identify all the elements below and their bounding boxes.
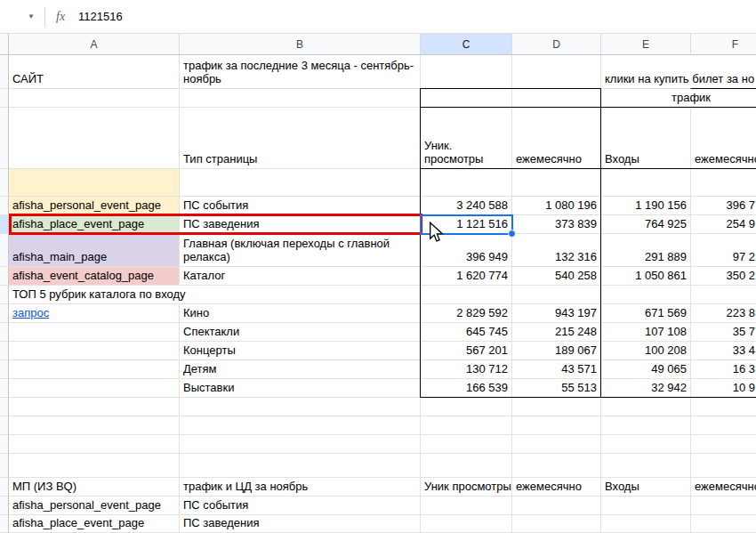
cell-F4[interactable] [691, 169, 756, 197]
cell-E6[interactable]: 764 925 [601, 215, 691, 234]
cell-E8[interactable]: 1 050 861 [601, 267, 691, 286]
cell-A10[interactable]: запрос [9, 304, 180, 323]
cell-A16[interactable] [9, 416, 180, 435]
formula-input[interactable]: 1121516 [78, 10, 123, 23]
cell-B2[interactable] [180, 89, 421, 108]
cell-F17[interactable] [691, 435, 756, 454]
cell-A11[interactable] [9, 323, 180, 342]
cell-E18[interactable] [601, 454, 691, 478]
row-header-9[interactable] [0, 286, 9, 304]
row-header-7[interactable] [0, 234, 9, 267]
cell-C21[interactable] [421, 515, 512, 533]
cell-A3[interactable] [9, 108, 180, 169]
cell-C2[interactable] [421, 89, 512, 108]
row-header-20[interactable] [0, 497, 9, 515]
cell-B15[interactable] [180, 398, 421, 416]
cell-C13[interactable]: 130 712 [421, 360, 512, 379]
cell-F9[interactable] [691, 286, 756, 304]
cell-A5[interactable]: afisha_personal_event_page [9, 197, 180, 215]
cell-D4[interactable] [512, 169, 601, 197]
cell-D11[interactable]: 215 248 [512, 323, 601, 342]
cell-C3[interactable]: Уник. просмотры [421, 108, 512, 169]
cell-D17[interactable] [512, 435, 601, 454]
cell-C11[interactable]: 645 745 [421, 323, 512, 342]
cell-E3[interactable]: Входы [601, 108, 691, 169]
cell-B5[interactable]: ПС события [180, 197, 421, 215]
cell-B20[interactable]: ПС события [180, 497, 421, 515]
row-header-16[interactable] [0, 416, 9, 435]
cell-D3[interactable]: ежемесячно [512, 108, 601, 169]
cell-A1[interactable]: САЙТ [9, 55, 180, 89]
row-header-19[interactable] [0, 478, 9, 497]
cell-C16[interactable] [421, 416, 512, 435]
cell-E13[interactable]: 49 065 [601, 360, 691, 379]
corner-cell[interactable] [0, 34, 9, 55]
cell-F6[interactable]: 254 9 [691, 215, 756, 234]
cell-E21[interactable] [601, 515, 691, 533]
cell-A2[interactable] [9, 89, 180, 108]
row-header-14[interactable] [0, 379, 9, 398]
cell-D7[interactable]: 132 316 [512, 234, 601, 267]
cell-F16[interactable] [691, 416, 756, 435]
row-header-15[interactable] [0, 398, 9, 416]
cell-D21[interactable] [512, 515, 601, 533]
cell-D1[interactable] [512, 55, 601, 89]
cell-E16[interactable] [601, 416, 691, 435]
row-header-10[interactable] [0, 304, 9, 323]
name-box[interactable]: ▼ [0, 0, 41, 33]
cell-F10[interactable]: 223 8 [691, 304, 756, 323]
row-header-11[interactable] [0, 323, 9, 342]
cell-D8[interactable]: 540 258 [512, 267, 601, 286]
row-header-17[interactable] [0, 435, 9, 454]
cell-B17[interactable] [180, 435, 421, 454]
cell-F7[interactable]: 97 2 [691, 234, 756, 267]
cell-D2[interactable] [512, 89, 601, 108]
cell-B21[interactable]: ПС заведения [180, 515, 421, 533]
cell-B16[interactable] [180, 416, 421, 435]
cell-F19[interactable]: ежемесячно [691, 478, 756, 497]
row-header-8[interactable] [0, 267, 9, 286]
cell-F3[interactable]: ежемесячно [691, 108, 756, 169]
column-header-E[interactable]: E [601, 34, 691, 55]
row-header-21[interactable] [0, 515, 9, 533]
cell-B8[interactable]: Каталог [180, 267, 421, 286]
cell-F12[interactable]: 33 4 [691, 342, 756, 360]
cell-B11[interactable]: Спектакли [180, 323, 421, 342]
cell-F18[interactable] [691, 454, 756, 478]
cell-D14[interactable]: 55 513 [512, 379, 601, 398]
cell-F15[interactable] [691, 398, 756, 416]
cell-D13[interactable]: 43 571 [512, 360, 601, 379]
cell-C8[interactable]: 1 620 774 [421, 267, 512, 286]
cell-A8[interactable]: afisha_event_catalog_page [9, 267, 180, 286]
row-header-4[interactable] [0, 169, 9, 197]
cell-B4[interactable] [180, 169, 421, 197]
row-header-3[interactable] [0, 108, 9, 169]
column-header-A[interactable]: A [9, 34, 180, 55]
cell-A4[interactable] [9, 169, 180, 197]
cell-A20[interactable]: afisha_personal_event_page [9, 497, 180, 515]
row-header-13[interactable] [0, 360, 9, 379]
column-header-B[interactable]: B [180, 34, 421, 55]
row-header-2[interactable] [0, 89, 9, 108]
cell-E15[interactable] [601, 398, 691, 416]
cell-C17[interactable] [421, 435, 512, 454]
cell-E5[interactable]: 1 190 156 [601, 197, 691, 215]
cell-E20[interactable] [601, 497, 691, 515]
cell-D12[interactable]: 189 067 [512, 342, 601, 360]
row-header-1[interactable] [0, 55, 9, 89]
cell-E11[interactable]: 107 108 [601, 323, 691, 342]
cell-E19[interactable]: Входы [601, 478, 691, 497]
row-header-12[interactable] [0, 342, 9, 360]
cell-E12[interactable]: 100 208 [601, 342, 691, 360]
cell-E14[interactable]: 32 942 [601, 379, 691, 398]
cell-B19[interactable]: трафик и ЦД за ноябрь [180, 478, 421, 497]
cell-C20[interactable] [421, 497, 512, 515]
cell-F14[interactable]: 10 9 [691, 379, 756, 398]
cell-C12[interactable]: 567 201 [421, 342, 512, 360]
cell-B10[interactable]: Кино [180, 304, 421, 323]
cell-C15[interactable] [421, 398, 512, 416]
cell-A12[interactable] [9, 342, 180, 360]
cell-E7[interactable]: 291 889 [601, 234, 691, 267]
cell-C4[interactable] [421, 169, 512, 197]
cell-C14[interactable]: 166 539 [421, 379, 512, 398]
